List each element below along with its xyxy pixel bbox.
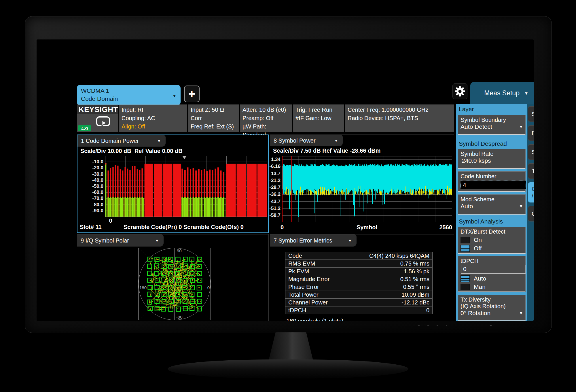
- tdpch-input[interactable]: 0: [461, 265, 526, 274]
- y-tick-label: -90.0: [86, 208, 103, 214]
- metric-value: 0: [353, 306, 433, 314]
- svg-text:-90: -90: [176, 315, 183, 319]
- x-axis-end-label: 2560: [423, 224, 452, 231]
- button-label2: (IQ Axis Rotation): [461, 303, 523, 310]
- window-title-tab[interactable]: 8 Symbol Power ▼: [270, 135, 343, 146]
- scale-readout: Scale/Div 7.50 dB Ref Value -28.66 dBm: [273, 147, 381, 154]
- measurement-mode-tab[interactable]: WCDMA 1 Code Domain ▼: [77, 85, 181, 105]
- radio-on-unselected[interactable]: [461, 237, 470, 243]
- metric-value: 1.56 % pk: [353, 268, 433, 275]
- metric-label: Magnitude Error: [285, 275, 353, 283]
- button-value: Auto Detect: [461, 123, 492, 130]
- monitor-stand-base: [168, 359, 408, 378]
- option-label: On: [474, 236, 482, 243]
- window-iq-symbol-polar[interactable]: 9 I/Q Symbol Polar ▼ 901800-90 C4(4) : 1…: [77, 234, 269, 321]
- y-tick-label: -58.7: [266, 213, 281, 218]
- option-label: Man: [474, 283, 486, 290]
- window-title-tab[interactable]: 9 I/Q Symbol Polar ▼: [77, 234, 164, 247]
- dtx-burst-detect-button[interactable]: DTX/Burst Detect On Off: [458, 227, 526, 254]
- table-row: Pk EVM1.56 % pk: [285, 268, 433, 275]
- window-code-domain-power[interactable]: 1 Code Domain Power ▼ Scale/Div 10.00 dB…: [77, 135, 269, 233]
- window-title: 9 I/Q Symbol Polar: [81, 237, 129, 244]
- scramble-code-readout: Scramble Code(Pri) 0 Scramble Code(Ofs) …: [124, 224, 244, 230]
- y-tick-label: -60.0: [86, 190, 103, 195]
- bezel-button[interactable]: [437, 325, 438, 326]
- metric-value: 0.55 ° rms: [353, 283, 433, 291]
- y-tick-label: -10.0: [86, 159, 103, 165]
- code-number-button[interactable]: Code Number 4: [458, 171, 526, 192]
- button-label: Symbol Rate: [461, 151, 523, 157]
- table-row: CodeC4(4) 240 ksps 64QAM: [285, 252, 433, 260]
- y-tick-label: -13.7: [266, 171, 281, 177]
- bezel-button[interactable]: [427, 325, 429, 326]
- status-column[interactable]: Trig: Free Run#IF Gain: Low: [293, 105, 344, 132]
- code-number-input[interactable]: 4: [461, 181, 526, 189]
- window-title-tab[interactable]: 7 Symbol Error Metrics ▼: [270, 234, 357, 247]
- mod-scheme-button[interactable]: Mod Scheme Auto ▼: [458, 194, 526, 215]
- lxi-badge: LXI: [78, 125, 91, 131]
- metric-label: Total Power: [285, 291, 353, 299]
- option-label: Auto: [474, 275, 486, 282]
- menu-tab-global[interactable]: Global: [528, 206, 534, 221]
- status-column[interactable]: Input Z: 50 ΩCorrFreq Ref: Ext (S): [188, 105, 239, 132]
- radio-auto-selected[interactable]: [461, 275, 470, 282]
- button-value: 240.0 ksps: [462, 157, 491, 164]
- bezel-button[interactable]: [418, 325, 420, 326]
- metric-label: Code: [285, 252, 353, 260]
- window-symbol-power[interactable]: 8 Symbol Power ▼ Scale/Div 7.50 dB Ref V…: [270, 135, 454, 233]
- section-header-analysis: Symbol Analysis: [459, 218, 503, 225]
- button-label: Tx Diversity: [461, 296, 523, 303]
- button-label: tDPCH: [461, 258, 523, 264]
- slot-readout: Slot# 11: [80, 224, 102, 230]
- status-column[interactable]: Input: RFCoupling: ACAlign: Off: [119, 105, 187, 132]
- window-title: 8 Symbol Power: [274, 137, 316, 144]
- bezel-button[interactable]: [446, 325, 447, 326]
- status-line: Radio Device: HSPA+, BTS: [348, 114, 452, 122]
- system-settings-button[interactable]: [452, 83, 467, 99]
- status-line: Corr: [191, 114, 236, 122]
- menu-tab-radio[interactable]: Radio: [528, 125, 534, 141]
- measurement-name: Code Domain: [81, 95, 181, 103]
- symbol-boundary-button[interactable]: Symbol Boundary Auto Detect ▼: [458, 115, 526, 135]
- metric-label: Phase Error: [285, 283, 353, 291]
- chevron-down-icon: ▼: [148, 238, 159, 243]
- window-symbol-error-metrics[interactable]: 7 Symbol Error Metrics ▼ CodeC4(4) 240 k…: [270, 234, 454, 321]
- y-tick-label: -21.2: [266, 178, 281, 183]
- status-line: Align: Off: [122, 122, 185, 131]
- status-column[interactable]: Center Freq: 1.000000000 GHzRadio Device…: [345, 105, 454, 132]
- table-row: tDPCH0: [285, 306, 433, 314]
- metric-value: -10.09 dBm: [353, 291, 433, 299]
- status-line: Freq Ref: Ext (S): [191, 122, 236, 131]
- radio-man-unselected[interactable]: [461, 284, 470, 290]
- svg-text:0: 0: [207, 285, 210, 290]
- status-column[interactable]: Atten: 10 dB (e0)Preamp: OffµW Path: Sta…: [240, 105, 292, 132]
- status-line: Input Z: 50 Ω: [191, 106, 236, 114]
- menu-tab-sync[interactable]: Sync: [528, 144, 534, 160]
- menu-tab-channel-layer[interactable]: Channel/Layer: [528, 182, 534, 202]
- desktop: WCDMA 1 Code Domain ▼ +: [0, 0, 576, 392]
- window-title: 1 Code Domain Power: [81, 138, 139, 144]
- y-tick-label: -20.0: [86, 165, 103, 171]
- add-measurement-button[interactable]: +: [184, 86, 200, 102]
- button-label: Mod Scheme: [461, 196, 523, 203]
- window-title-tab[interactable]: 1 Code Domain Power ▼: [77, 135, 166, 147]
- metrics-table: CodeC4(4) 240 ksps 64QAMRMS EVM0.75 % rm…: [285, 252, 433, 314]
- menu-tab-meas-setup[interactable]: Meas Setup ▼: [470, 82, 534, 104]
- symbol-power-chart: [282, 156, 452, 222]
- tx-diversity-button[interactable]: Tx Diversity (IQ Axis Rotation) 0° Rotat…: [458, 295, 526, 321]
- metric-value: 0.75 % rms: [353, 260, 433, 268]
- chevron-down-icon: ▼: [519, 124, 523, 129]
- tdpch-button[interactable]: tDPCH 0 Auto Man: [458, 256, 526, 292]
- menu-tab-settings[interactable]: Settings: [528, 106, 534, 122]
- menu-tab-time[interactable]: Time: [528, 163, 534, 179]
- x-axis-start-label: 0: [106, 217, 115, 224]
- button-label: DTX/Burst Detect: [461, 228, 523, 235]
- button-value: Auto: [461, 203, 473, 210]
- symbol-rate-button[interactable]: Symbol Rate 240.0 ksps: [458, 149, 526, 169]
- radio-off-selected[interactable]: [461, 245, 470, 252]
- screen-capture-icon[interactable]: [96, 116, 111, 128]
- chevron-down-icon: ▼: [150, 139, 161, 143]
- metric-value: C4(4) 240 ksps 64QAM: [353, 252, 433, 260]
- svg-text:180: 180: [139, 285, 147, 290]
- meas-setup-label: Meas Setup: [484, 89, 520, 97]
